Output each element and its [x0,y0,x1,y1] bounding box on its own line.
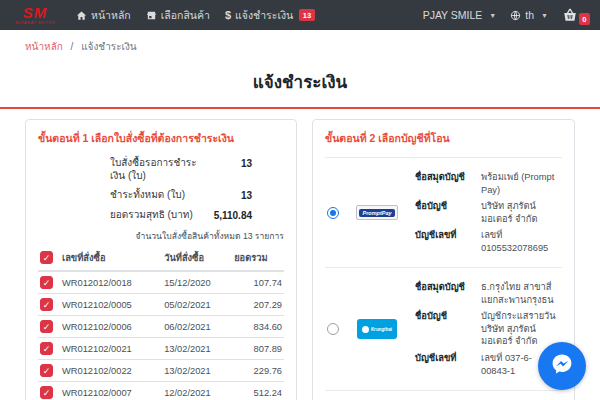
promptpay-logo: PromptPay [349,205,405,220]
table-row: WR012102/0005 05/02/2021 207.29 [38,294,284,316]
row-checkbox[interactable] [40,298,53,311]
account-number-label: บัญชีเลขที่ [415,352,471,377]
bank-account-option-promptpay[interactable]: PromptPay ชื่อสมุดบัญชี พร้อมเพย์ (Promp… [325,158,562,267]
order-number: WR012102/0022 [60,360,162,382]
globe-icon [510,10,521,21]
account-name-value: บริษัท สุภรัตน์มอเตอร์ จำกัด [481,200,560,225]
user-menu-label: PJAY SMILE [423,9,483,21]
breadcrumb-home-link[interactable]: หน้าหลัก [25,41,63,52]
row-checkbox[interactable] [40,364,53,377]
select-all-checkbox[interactable] [40,251,53,264]
dollar-icon: $ [225,9,231,21]
order-date: 13/02/2021 [162,338,232,360]
summary-value: 13 [206,157,252,182]
account-book-value: พร้อมเพย์ (Prompt Pay) [481,171,560,196]
account-number-value: เลขที่ 0105532078695 [481,229,560,254]
order-total: 807.89 [232,338,284,360]
account-name-value: บัญชีกระแสรายวัน บริษัท สุภรัตน์มอเตอร์ … [481,310,560,348]
order-summary: ใบสั่งซื้อรอการชำระเงิน (ใบ) 13 ชำระทั้ง… [110,157,284,222]
order-total: 229.76 [232,360,284,382]
summary-label: ยอดรวมสุทธิ (บาท) [110,209,206,222]
brand-logo-text: SM [23,5,48,20]
messenger-chat-button[interactable] [538,342,586,390]
account-name-label: ชื่อบัญชี [415,200,471,225]
bank-account-option-kasikorn[interactable]: ธนาคารกสิกรไทยK ชื่อสมุดบัญชี ธ.กสิกรไทย… [325,390,562,400]
row-checkbox[interactable] [40,320,53,333]
summary-value: 13 [206,189,252,202]
store-icon [146,10,157,21]
nav-item-home[interactable]: หน้าหลัก [76,7,131,24]
order-total: 512.24 [232,382,284,400]
language-label: th [525,9,534,21]
step2-panel: ขั้นตอนที่ 2 เลือกบัญชีที่โอน PromptPay … [312,119,575,400]
order-count-note: จำนวนใบสั่งซื้อสินค้าทั้งหมด 13 รายการ [38,229,284,243]
account-book-label: ชื่อสมุดบัญชี [415,281,471,306]
column-header-total: ยอดรวม [232,245,284,271]
nav-item-label: หน้าหลัก [91,7,131,24]
messenger-icon [549,351,575,381]
nav-item-label: เลือกสินค้า [161,7,210,24]
account-radio[interactable] [327,323,339,335]
basket-icon [562,8,578,22]
summary-value: 5,110.84 [206,209,252,222]
column-header-date: วันที่สั่งซื้อ [162,245,232,271]
page: SM SUPARAT MOTOR หน้าหลัก เลือกสินค้า $ … [0,0,600,400]
nav-item-products[interactable]: เลือกสินค้า [146,7,210,24]
order-total: 107.74 [232,271,284,294]
nav-item-label: แจ้งชำระเงิน [235,7,293,24]
bank-account-list: PromptPay ชื่อสมุดบัญชี พร้อมเพย์ (Promp… [325,157,562,400]
page-title: แจ้งชำระเงิน [0,60,600,107]
chevron-down-icon: ▼ [489,12,496,19]
krungthai-logo: Krungthai [349,319,405,339]
cart-button[interactable]: 0 [562,8,588,22]
order-date: 15/12/2020 [162,271,232,294]
order-date: 13/02/2021 [162,360,232,382]
table-row: WR012102/0007 12/02/2021 512.24 [38,382,284,400]
bank-account-option-krungthai[interactable]: Krungthai ชื่อสมุดบัญชี ธ.กรุงไทย สาขาสี… [325,267,562,390]
payment-count-badge: 13 [299,9,314,21]
table-row: WR012012/0018 15/12/2020 107.74 [38,271,284,294]
order-total: 834.60 [232,316,284,338]
account-book-value: ธ.กรุงไทย สาขาสี่แยกสะพานกรุงธน [481,281,560,306]
order-date: 05/02/2021 [162,294,232,316]
row-checkbox[interactable] [40,276,53,289]
language-menu[interactable]: th ▼ [510,9,548,21]
breadcrumb-separator: / [71,41,74,52]
summary-label: ใบสั่งซื้อรอการชำระเงิน (ใบ) [110,157,206,182]
order-number: WR012102/0005 [60,294,162,316]
orders-table: เลขที่สั่งซื้อ วันที่สั่งซื้อ ยอดรวม WR0… [38,245,284,400]
step1-panel: ขั้นตอนที่ 1 เลือกใบสั่งซื้อที่ต้องการชำ… [25,119,297,400]
order-number: WR012102/0006 [60,316,162,338]
account-number-label: บัญชีเลขที่ [415,229,471,254]
row-checkbox[interactable] [40,342,53,355]
table-row: WR012102/0022 13/02/2021 229.76 [38,360,284,382]
account-book-label: ชื่อสมุดบัญชี [415,171,471,196]
krungthai-bird-icon [362,326,369,333]
column-header-order: เลขที่สั่งซื้อ [60,245,162,271]
top-navbar: SM SUPARAT MOTOR หน้าหลัก เลือกสินค้า $ … [0,0,600,30]
table-row: WR012102/0021 13/02/2021 807.89 [38,338,284,360]
order-number: WR012012/0018 [60,271,162,294]
account-radio[interactable] [327,207,339,219]
summary-label: ชำระทั้งหมด (ใบ) [110,189,206,202]
user-menu[interactable]: PJAY SMILE ▼ [423,9,497,21]
order-number: WR012102/0007 [60,382,162,400]
chevron-down-icon: ▼ [541,12,548,19]
order-date: 06/02/2021 [162,316,232,338]
brand-logo-subtext: SUPARAT MOTOR [15,21,56,25]
nav-item-payment[interactable]: $ แจ้งชำระเงิน 13 [225,7,315,24]
order-number: WR012102/0021 [60,338,162,360]
step1-title: ขั้นตอนที่ 1 เลือกใบสั่งซื้อที่ต้องการชำ… [38,130,284,147]
cart-count-badge: 0 [579,13,590,25]
table-row: WR012102/0006 06/02/2021 834.60 [38,316,284,338]
order-date: 12/02/2021 [162,382,232,400]
account-name-label: ชื่อบัญชี [415,310,471,348]
breadcrumb-current: แจ้งชำระเงิน [81,41,136,52]
step2-title: ขั้นตอนที่ 2 เลือกบัญชีที่โอน [325,130,562,147]
order-total: 207.29 [232,294,284,316]
home-icon [76,10,87,21]
brand-logo[interactable]: SM SUPARAT MOTOR [12,5,58,25]
breadcrumb: หน้าหลัก / แจ้งชำระเงิน [0,30,600,60]
row-checkbox[interactable] [40,386,53,399]
